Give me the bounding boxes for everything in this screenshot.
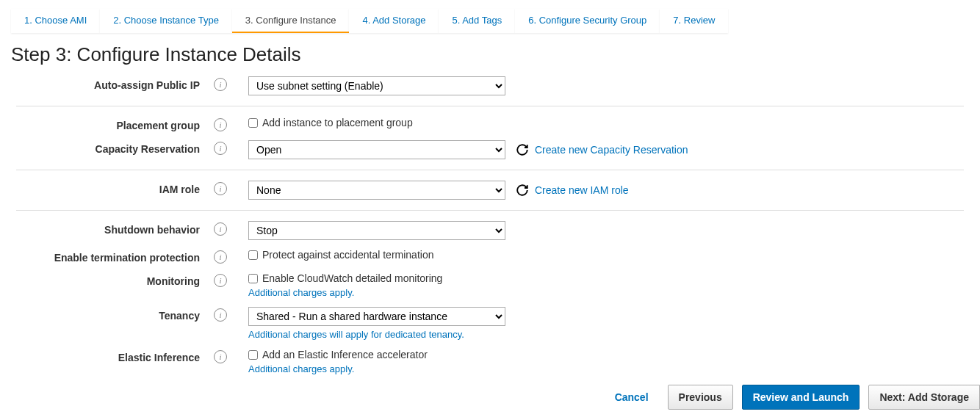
tab-choose-instance-type[interactable]: 2. Choose Instance Type	[100, 9, 232, 33]
info-icon[interactable]: i	[214, 182, 227, 195]
label-auto-assign-ip: Auto-assign Public IP	[16, 76, 207, 91]
info-icon[interactable]: i	[214, 250, 227, 264]
row-shutdown-behavior: Shutdown behavior i Stop	[16, 217, 964, 244]
tab-add-storage[interactable]: 4. Add Storage	[349, 9, 439, 33]
label-monitoring: Monitoring	[16, 272, 207, 287]
tab-choose-ami[interactable]: 1. Choose AMI	[11, 9, 100, 33]
label-iam-role: IAM role	[16, 181, 207, 195]
tab-review[interactable]: 7. Review	[660, 9, 728, 33]
checkbox-elastic-inference-input[interactable]	[248, 350, 258, 360]
info-icon[interactable]: i	[214, 222, 227, 236]
link-create-iam-role[interactable]: Create new IAM role	[535, 184, 629, 196]
label-shutdown-behavior: Shutdown behavior	[16, 221, 207, 236]
label-elastic-inference: Elastic Inference	[16, 349, 207, 363]
label-termination-protection: Enable termination protection	[16, 249, 207, 264]
tab-configure-security-group[interactable]: 6. Configure Security Group	[515, 9, 660, 33]
label-tenancy: Tenancy	[16, 307, 207, 322]
link-monitoring-charges[interactable]: Additional charges apply.	[248, 287, 354, 298]
label-placement-group: Placement group	[16, 117, 207, 131]
info-icon[interactable]: i	[214, 274, 227, 287]
checkbox-monitoring-input[interactable]	[248, 274, 258, 283]
link-create-capacity-reservation[interactable]: Create new Capacity Reservation	[535, 144, 688, 156]
previous-button[interactable]: Previous	[668, 385, 733, 410]
checkbox-monitoring-label: Enable CloudWatch detailed monitoring	[262, 272, 442, 284]
cancel-button[interactable]: Cancel	[605, 385, 659, 409]
row-termination-protection: Enable termination protection i Protect …	[16, 244, 964, 268]
checkbox-elastic-inference[interactable]: Add an Elastic Inference accelerator	[248, 349, 428, 360]
row-tenancy: Tenancy i Shared - Run a shared hardware…	[16, 302, 964, 344]
select-iam-role[interactable]: None	[248, 181, 505, 200]
form-content: Auto-assign Public IP i Use subnet setti…	[0, 72, 980, 395]
next-add-storage-button[interactable]: Next: Add Storage	[868, 385, 980, 410]
label-capacity-reservation: Capacity Reservation	[16, 140, 207, 155]
select-auto-assign-ip[interactable]: Use subnet setting (Enable)	[248, 76, 505, 95]
select-capacity-reservation[interactable]: Open	[248, 140, 505, 159]
row-capacity-reservation: Capacity Reservation i Open Create new C…	[16, 136, 964, 170]
review-and-launch-button[interactable]: Review and Launch	[742, 385, 860, 410]
select-tenancy[interactable]: Shared - Run a shared hardware instance	[248, 307, 505, 326]
row-monitoring: Monitoring i Enable CloudWatch detailed …	[16, 268, 964, 302]
row-placement-group: Placement group i Add instance to placem…	[16, 112, 964, 136]
refresh-icon[interactable]	[516, 143, 529, 156]
checkbox-termination-protection[interactable]: Protect against accidental termination	[248, 249, 433, 261]
info-icon[interactable]: i	[214, 142, 227, 155]
info-icon[interactable]: i	[214, 118, 227, 131]
tab-configure-instance[interactable]: 3. Configure Instance	[232, 9, 350, 33]
checkbox-termination-protection-input[interactable]	[248, 250, 258, 260]
refresh-icon[interactable]	[516, 184, 529, 197]
row-auto-assign-ip: Auto-assign Public IP i Use subnet setti…	[16, 72, 964, 106]
tab-add-tags[interactable]: 5. Add Tags	[439, 9, 515, 33]
row-iam-role: IAM role i None Create new IAM role	[16, 176, 964, 211]
select-shutdown-behavior[interactable]: Stop	[248, 221, 505, 240]
checkbox-placement-group-label: Add instance to placement group	[262, 117, 413, 128]
checkbox-placement-group[interactable]: Add instance to placement group	[248, 117, 413, 128]
checkbox-monitoring[interactable]: Enable CloudWatch detailed monitoring	[248, 272, 442, 284]
checkbox-placement-group-input[interactable]	[248, 118, 258, 128]
link-elastic-inference-charges[interactable]: Additional charges apply.	[248, 363, 354, 374]
footer-actions: Cancel Previous Review and Launch Next: …	[0, 377, 980, 417]
info-icon[interactable]: i	[214, 78, 227, 91]
info-icon[interactable]: i	[214, 350, 227, 363]
steps-tabs: 1. Choose AMI 2. Choose Instance Type 3.…	[0, 0, 980, 33]
link-tenancy-charges[interactable]: Additional charges will apply for dedica…	[248, 329, 464, 340]
checkbox-termination-protection-label: Protect against accidental termination	[262, 249, 433, 261]
checkbox-elastic-inference-label: Add an Elastic Inference accelerator	[262, 349, 428, 360]
info-icon[interactable]: i	[214, 308, 227, 322]
page-title: Step 3: Configure Instance Details	[0, 33, 980, 72]
